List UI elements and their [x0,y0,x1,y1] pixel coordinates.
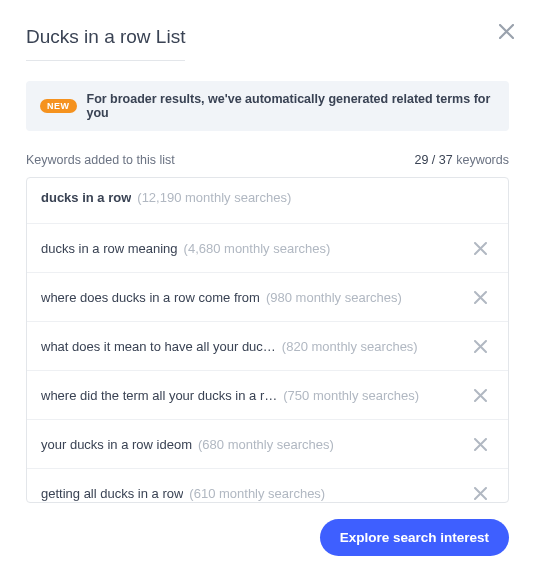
searches-label: (750 monthly searches) [283,388,419,403]
keyword-label: what does it mean to have all your duc… [41,339,276,354]
list-item: where did the term all your ducks in a r… [27,371,508,420]
list-item-text: your ducks in a row ideom(680 monthly se… [41,437,462,452]
list-item-text: where does ducks in a row come from(980 … [41,290,462,305]
close-icon[interactable] [497,22,515,40]
remove-icon[interactable] [472,387,488,403]
remove-icon[interactable] [472,338,488,354]
remove-icon[interactable] [472,485,488,501]
keyword-label: where does ducks in a row come from [41,290,260,305]
searches-label: (4,680 monthly searches) [184,241,331,256]
list-item: your ducks in a row ideom(680 monthly se… [27,420,508,469]
list-item: ducks in a row meaning(4,680 monthly sea… [27,224,508,273]
remove-icon[interactable] [472,289,488,305]
count-suffix: keywords [453,153,509,167]
keyword-label: where did the term all your ducks in a r… [41,388,277,403]
count-value: 29 / 37 [414,153,452,167]
searches-label: (980 monthly searches) [266,290,402,305]
keyword-list: ducks in a row(12,190 monthly searches)d… [26,177,509,503]
new-badge: NEW [40,99,77,113]
list-item-text: ducks in a row(12,190 monthly searches) [41,190,494,205]
searches-label: (680 monthly searches) [198,437,334,452]
list-item: what does it mean to have all your duc…(… [27,322,508,371]
list-header: Keywords added to this list 29 / 37 keyw… [26,153,509,167]
list-item-text: where did the term all your ducks in a r… [41,388,462,403]
keyword-list-scroll[interactable]: ducks in a row(12,190 monthly searches)d… [27,178,508,502]
searches-label: (610 monthly searches) [189,486,325,501]
remove-icon[interactable] [472,436,488,452]
list-title: Ducks in a row List [26,26,185,61]
explore-button[interactable]: Explore search interest [320,519,509,556]
keyword-label: getting all ducks in a row [41,486,183,501]
list-item-text: what does it mean to have all your duc…(… [41,339,462,354]
keywords-added-label: Keywords added to this list [26,153,175,167]
remove-icon[interactable] [472,240,488,256]
keyword-label: your ducks in a row ideom [41,437,192,452]
keyword-label: ducks in a row meaning [41,241,178,256]
keyword-label: ducks in a row [41,190,131,205]
footer: Explore search interest [26,519,509,556]
searches-label: (820 monthly searches) [282,339,418,354]
info-banner: NEW For broader results, we've automatic… [26,81,509,131]
list-item-text: getting all ducks in a row(610 monthly s… [41,486,462,501]
keywords-count: 29 / 37 keywords [414,153,509,167]
list-item: getting all ducks in a row(610 monthly s… [27,469,508,502]
list-item-text: ducks in a row meaning(4,680 monthly sea… [41,241,462,256]
searches-label: (12,190 monthly searches) [137,190,291,205]
list-item: where does ducks in a row come from(980 … [27,273,508,322]
list-item: ducks in a row(12,190 monthly searches) [27,178,508,224]
banner-text: For broader results, we've automatically… [87,92,496,120]
